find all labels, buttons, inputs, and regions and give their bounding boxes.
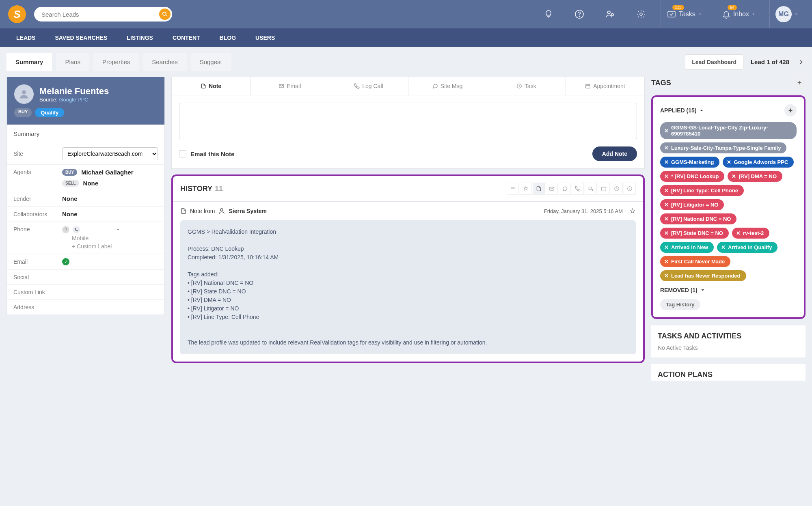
applied-header[interactable]: APPLIED (15) + (660, 104, 797, 116)
tag-remove-icon[interactable]: ✕ (664, 216, 669, 222)
tab-properties[interactable]: Properties (93, 53, 139, 71)
search-input[interactable] (34, 7, 172, 22)
add-applied-tag-button[interactable]: + (784, 104, 797, 116)
tag-item[interactable]: ✕Google Adwords PPC (723, 157, 794, 168)
custom-link-row[interactable]: Custom Link (7, 285, 164, 300)
removed-header[interactable]: REMOVED (1) (660, 287, 797, 293)
composer-tab-task[interactable]: Task (487, 77, 566, 95)
help-icon[interactable]: ? (62, 226, 69, 233)
star-icon[interactable] (629, 208, 636, 214)
help-icon[interactable] (572, 7, 587, 22)
tab-plans[interactable]: Plans (56, 53, 89, 71)
phone-mobile[interactable]: Mobile (72, 235, 121, 241)
tag-remove-icon[interactable]: ✕ (664, 230, 669, 236)
inbox-menu[interactable]: 64 Inbox (716, 0, 761, 28)
tag-label: * [RV] DNC Lookup (671, 173, 719, 179)
lightbulb-icon[interactable] (541, 7, 556, 22)
lead-source-link[interactable]: Google PPC (59, 97, 88, 103)
search-button[interactable] (159, 9, 171, 20)
collaborators-row: Collaborators None (7, 207, 164, 222)
user-menu[interactable]: MG (769, 0, 804, 28)
note-meta: Note from Sierra System Friday, January … (173, 202, 643, 220)
nav-saved-searches[interactable]: SAVED SEARCHES (55, 28, 107, 47)
phone-icon[interactable] (73, 226, 80, 233)
nav-listings[interactable]: LISTINGS (127, 28, 153, 47)
collaborators-value[interactable]: None (62, 211, 78, 217)
composer-tab-sitemsg[interactable]: Site Msg (408, 77, 487, 95)
tag-item[interactable]: ✕[RV] Line Type: Cell Phone (660, 185, 744, 196)
svg-rect-7 (668, 11, 675, 17)
filter-clock-icon[interactable] (611, 183, 623, 195)
filter-phone-icon[interactable] (572, 183, 584, 195)
nav-content[interactable]: CONTENT (173, 28, 200, 47)
tag-remove-icon[interactable]: ✕ (664, 244, 669, 250)
tasks-menu[interactable]: 113 Tasks (661, 0, 708, 28)
tag-history-button[interactable]: Tag History (660, 299, 700, 310)
tag-item[interactable]: ✕Arrived in New (660, 242, 714, 253)
people-icon[interactable] (603, 7, 618, 22)
filter-chat-icon[interactable] (559, 183, 571, 195)
gear-icon[interactable] (634, 7, 648, 22)
tab-suggest[interactable]: Suggest (191, 53, 231, 71)
sell-agent[interactable]: None (83, 180, 99, 187)
address-row[interactable]: Address (7, 300, 164, 315)
tag-remove-icon[interactable]: ✕ (664, 145, 669, 151)
tag-remove-icon[interactable]: ✕ (664, 159, 669, 165)
buy-agent[interactable]: Michael Gallagher (81, 169, 133, 176)
composer-tab-note[interactable]: Note (172, 77, 251, 95)
composer-tab-logcall[interactable]: Log Call (329, 77, 408, 95)
tag-item[interactable]: ✕* [RV] DNC Lookup (660, 171, 724, 182)
tag-remove-icon[interactable]: ✕ (727, 159, 731, 165)
tab-summary[interactable]: Summary (6, 53, 52, 71)
tag-remove-icon[interactable]: ✕ (721, 244, 726, 250)
tag-remove-icon[interactable]: ✕ (664, 202, 669, 208)
tag-remove-icon[interactable]: ✕ (664, 258, 669, 265)
tag-item[interactable]: ✕[RV] Litigator = NO (660, 199, 724, 210)
tag-remove-icon[interactable]: ✕ (664, 273, 669, 279)
nav-leads[interactable]: LEADS (16, 28, 35, 47)
history-panel: HISTORY 11 Note from (171, 174, 645, 363)
tag-item[interactable]: ✕rv-test-2 (732, 228, 769, 239)
tag-item[interactable]: ✕[RV] State DNC = NO (660, 228, 729, 239)
filter-calendar-icon[interactable] (598, 183, 610, 195)
composer-tab-appointment[interactable]: Appointment (566, 77, 644, 95)
filter-sitemsg-icon[interactable] (585, 183, 597, 195)
email-note-checkbox[interactable] (179, 150, 186, 157)
nav-blog[interactable]: BLOG (220, 28, 236, 47)
lead-dashboard-button[interactable]: Lead Dashboard (685, 54, 743, 70)
tab-searches[interactable]: Searches (143, 53, 186, 71)
tag-remove-icon[interactable]: ✕ (664, 187, 669, 194)
tag-item[interactable]: ✕GGMS-GS-Local-Type-City Zip-Luxury-6909… (660, 122, 797, 139)
lender-value[interactable]: None (62, 195, 78, 202)
tag-remove-icon[interactable]: ✕ (664, 128, 669, 134)
filter-info-icon[interactable] (624, 183, 636, 195)
chevron-down-icon[interactable] (116, 227, 121, 232)
app-logo[interactable]: S (8, 5, 26, 23)
summary-section[interactable]: Summary (7, 125, 164, 143)
composer-tab-email[interactable]: Email (251, 77, 329, 95)
tag-remove-icon[interactable]: ✕ (736, 230, 741, 236)
add-tag-button[interactable]: + (793, 77, 806, 89)
tag-remove-icon[interactable]: ✕ (664, 173, 669, 179)
filter-list-icon[interactable] (507, 183, 519, 195)
tag-item[interactable]: ✕Arrived in Qualify (717, 242, 777, 253)
tag-item[interactable]: ✕GGMS-Marketing (660, 157, 719, 168)
next-lead-button[interactable] (797, 58, 806, 67)
search-wrap (34, 7, 172, 22)
tag-item[interactable]: ✕[RV] National DNC = NO (660, 213, 736, 224)
filter-star-icon[interactable] (520, 183, 532, 195)
add-note-button[interactable]: Add Note (592, 146, 637, 161)
tag-item[interactable]: ✕Luxury-Sale-City-Tampa-Type-Single Fami… (660, 142, 786, 153)
tag-remove-icon[interactable]: ✕ (732, 173, 736, 179)
social-row[interactable]: Social (7, 270, 164, 285)
note-textarea[interactable] (179, 103, 637, 139)
tag-item[interactable]: ✕Lead has Never Responded (660, 270, 746, 281)
tag-item[interactable]: ✕First Call Never Made (660, 256, 730, 267)
tag-item[interactable]: ✕[RV] DMA = NO (728, 171, 782, 182)
site-select[interactable]: ExploreClearwaterBeach.com (62, 147, 158, 160)
nav-users[interactable]: USERS (255, 28, 275, 47)
filter-email-icon[interactable] (546, 183, 558, 195)
phone-custom-label[interactable]: + Custom Label (72, 243, 121, 250)
filter-note-icon[interactable] (533, 183, 545, 195)
qualify-pill[interactable]: Qualify (35, 108, 64, 117)
